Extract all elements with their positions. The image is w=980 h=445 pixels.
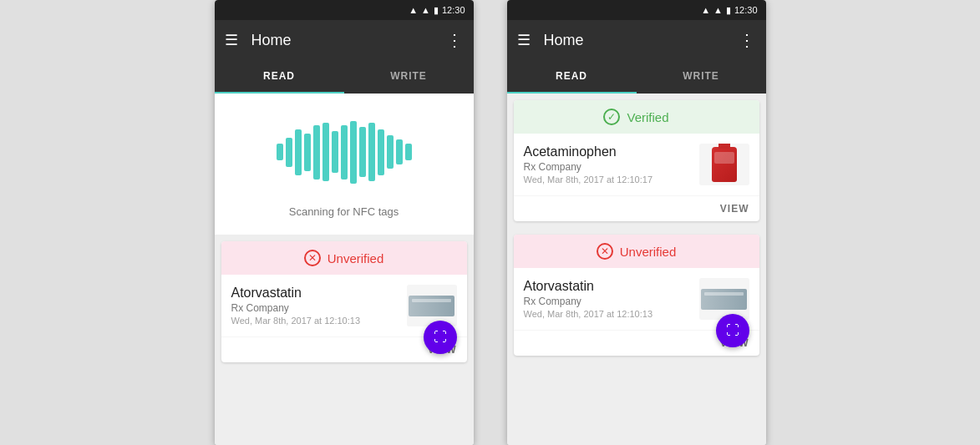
scan-area: Scanning for NFC tags [215, 94, 474, 235]
tab-read-2[interactable]: READ [507, 60, 637, 94]
wave-bar [350, 121, 357, 184]
status-icons-2: ▲ ▲ ▮ 12:30 [701, 5, 757, 16]
drug-name-verified: Acetaminophen [524, 144, 699, 159]
unverified-card-2: ✕ Unverified Atorvastatin Rx Company Wed… [514, 235, 759, 356]
card-status-verified-2: ✓ Verified [514, 100, 759, 134]
wave-bar [313, 125, 320, 180]
card-info-verified: Acetaminophen Rx Company Wed, Mar 8th, 2… [524, 144, 699, 185]
drug-image-strip-1 [407, 285, 457, 326]
rx-company-1: Rx Company [231, 302, 407, 314]
rx-company-verified: Rx Company [524, 161, 699, 173]
tab-write-1[interactable]: WRITE [344, 60, 474, 94]
scan-text: Scanning for NFC tags [289, 205, 399, 218]
scan-btn-icon-1: ⛶ [434, 330, 447, 345]
drug-name-unverified-2: Atorvastatin [524, 279, 699, 294]
bottle-image [712, 147, 737, 182]
tab-bar-1: READ WRITE [215, 60, 474, 94]
wave-bar [322, 123, 329, 181]
app-title-1: Home [251, 32, 446, 49]
scan-float-btn-2[interactable]: ⛶ [716, 314, 749, 347]
more-icon-2[interactable]: ⋮ [739, 30, 756, 50]
card-info-unverified-2: Atorvastatin Rx Company Wed, Mar 8th, 20… [524, 279, 699, 319]
card-footer-1: ⛶ VIEW [221, 336, 467, 362]
signal-cellular-icon: ▲ [421, 5, 430, 15]
phone-2: ▲ ▲ ▮ 12:30 ☰ Home ⋮ READ WRITE ✓ Verifi… [507, 0, 766, 445]
unverified-card-1: ✕ Unverified Atorvastatin Rx Company Wed… [221, 241, 467, 362]
card-date-unverified-2: Wed, Mar 8th, 2017 at 12:10:13 [524, 309, 699, 319]
view-btn-verified[interactable]: VIEW [720, 203, 749, 215]
status-bar-1: ▲ ▲ ▮ 12:30 [215, 0, 474, 20]
phone-1: ▲ ▲ ▮ 12:30 ☰ Home ⋮ READ WRITE [215, 0, 474, 445]
drug-image-bottle [699, 144, 749, 185]
tab-write-2[interactable]: WRITE [637, 60, 766, 94]
wave-bar [295, 129, 302, 175]
time-display-1: 12:30 [442, 5, 465, 15]
scan-float-btn-1[interactable]: ⛶ [424, 321, 457, 354]
unverified-label-2: Unverified [620, 245, 677, 259]
card-info-1: Atorvastatin Rx Company Wed, Mar 8th, 20… [231, 286, 407, 326]
card-footer-verified: VIEW [514, 195, 759, 221]
strip-image-2 [701, 289, 747, 310]
waveform [277, 119, 412, 185]
rx-company-unverified-2: Rx Company [524, 296, 699, 307]
wave-bar [396, 139, 403, 164]
verified-label-2: Verified [627, 110, 668, 124]
wave-bar [304, 134, 311, 171]
status-icons-1: ▲ ▲ ▮ 12:30 [409, 5, 465, 16]
battery-icon: ▮ [434, 5, 439, 16]
top-bar-2: ☰ Home ⋮ [507, 20, 766, 60]
top-bar-1: ☰ Home ⋮ [215, 20, 474, 60]
wave-bar [405, 144, 412, 160]
menu-icon-1[interactable]: ☰ [225, 31, 238, 49]
wave-bar [378, 129, 384, 175]
wave-bar [286, 138, 292, 167]
drug-image-strip-2 [699, 278, 749, 320]
battery-icon-2: ▮ [726, 5, 731, 16]
gap-content-2 [507, 362, 766, 445]
content-1: Scanning for NFC tags ✕ Unverified Atorv… [215, 94, 474, 445]
card-body-verified: Acetaminophen Rx Company Wed, Mar 8th, 2… [514, 134, 759, 195]
verified-icon-2: ✓ [603, 109, 620, 125]
card-footer-unverified-2: ⛶ VIEW [514, 330, 759, 356]
time-display-2: 12:30 [734, 5, 758, 15]
drug-name-1: Atorvastatin [231, 286, 407, 301]
signal-cellular-icon-2: ▲ [713, 5, 723, 15]
unverified-label-1: Unverified [328, 251, 384, 265]
wave-bar [387, 135, 394, 169]
unverified-icon-2: ✕ [597, 243, 613, 260]
app-title-2: Home [544, 32, 739, 49]
gap-content-1 [215, 369, 474, 445]
wave-bar [368, 123, 375, 181]
status-bar-2: ▲ ▲ ▮ 12:30 [507, 0, 766, 20]
tab-read-1[interactable]: READ [215, 60, 344, 94]
verified-card-2: ✓ Verified Acetaminophen Rx Company Wed,… [514, 100, 759, 221]
tab-bar-2: READ WRITE [507, 60, 766, 94]
signal-wifi-icon-2: ▲ [701, 5, 710, 15]
more-icon-1[interactable]: ⋮ [446, 30, 464, 50]
card-date-verified: Wed, Mar 8th, 2017 at 12:10:17 [524, 174, 699, 185]
wave-bar [332, 131, 338, 173]
card-status-unverified-1: ✕ Unverified [221, 241, 467, 275]
wave-bar [341, 125, 348, 180]
scan-btn-icon-2: ⛶ [726, 323, 739, 338]
wave-bar [277, 144, 283, 160]
content-2: ✓ Verified Acetaminophen Rx Company Wed,… [507, 94, 766, 445]
strip-image-1 [409, 296, 454, 316]
card-status-unverified-2: ✕ Unverified [514, 235, 759, 268]
unverified-icon-1: ✕ [304, 250, 321, 266]
card-date-1: Wed, Mar 8th, 2017 at 12:10:13 [231, 316, 407, 326]
wave-bar [359, 127, 366, 177]
menu-icon-2[interactable]: ☰ [517, 31, 531, 49]
signal-wifi-icon: ▲ [409, 5, 418, 15]
